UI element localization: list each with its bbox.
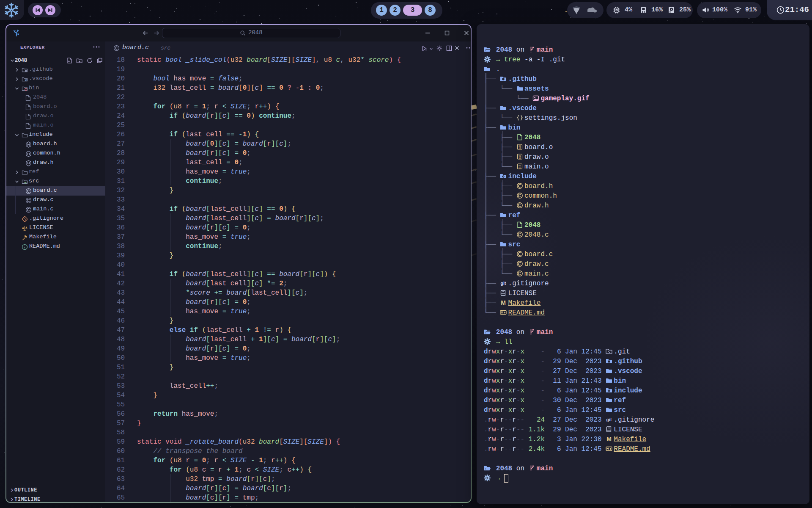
svg-text:10: 10 [518,147,521,149]
svg-text:M: M [501,299,506,306]
svg-text:git: git [606,417,612,422]
svg-text:10: 10 [518,157,521,159]
svg-text:git: git [501,281,506,286]
svg-text:M: M [606,436,612,442]
svg-text:10: 10 [518,166,521,168]
